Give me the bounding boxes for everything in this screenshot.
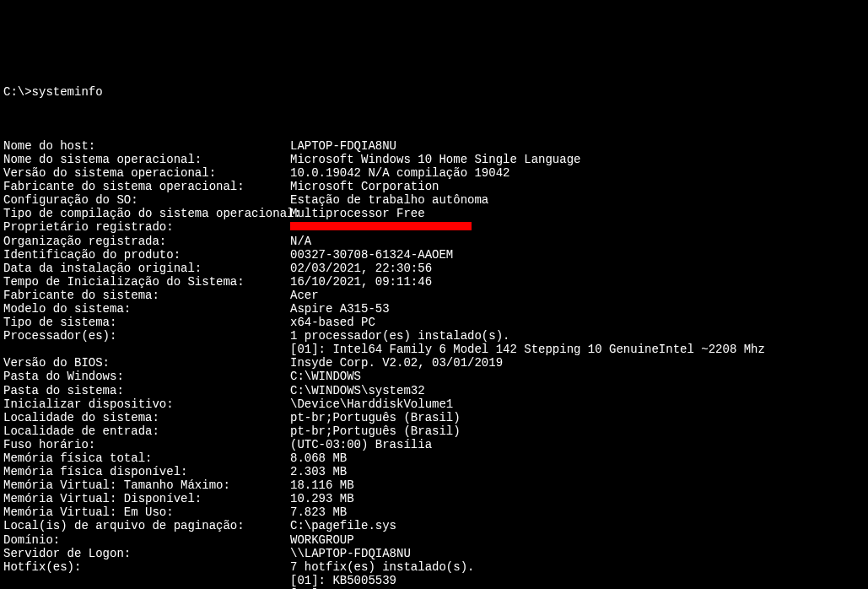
info-label: Nome do sistema operacional:	[3, 153, 290, 166]
info-value: Microsoft Corporation	[290, 180, 865, 193]
info-label: Processador(es):	[3, 329, 290, 343]
info-label: Configuração do SO:	[3, 193, 290, 207]
info-row: Organização registrada:N/A	[3, 235, 865, 248]
info-row: Tempo de Inicialização do Sistema:16/10/…	[3, 275, 865, 289]
info-label	[3, 574, 290, 587]
info-value: (UTC-03:00) Brasília	[290, 438, 865, 451]
info-row: Pasta do Windows:C:\WINDOWS	[3, 370, 865, 383]
info-value: Acer	[290, 289, 865, 302]
info-label: Inicializar dispositivo:	[3, 397, 290, 411]
info-label: Pasta do Windows:	[3, 370, 290, 383]
info-label: Versão do sistema operacional:	[3, 166, 290, 180]
info-row: Local(is) de arquivo de paginação:C:\pag…	[3, 519, 865, 532]
info-value: 02/03/2021, 22:30:56	[290, 262, 865, 275]
info-value: 10.0.19042 N/A compilação 19042	[290, 166, 865, 180]
info-row: Fabricante do sistema operacional:Micros…	[3, 180, 865, 193]
info-label: Local(is) de arquivo de paginação:	[3, 519, 290, 532]
info-value: \\LAPTOP-FDQIA8NU	[290, 547, 865, 560]
info-value: 10.293 MB	[290, 492, 865, 505]
info-label: Localidade do sistema:	[3, 411, 290, 424]
info-row: [01]: Intel64 Family 6 Model 142 Steppin…	[3, 343, 865, 356]
info-row: Pasta do sistema:C:\WINDOWS\system32	[3, 384, 865, 397]
info-row: Domínio:WORKGROUP	[3, 533, 865, 547]
info-label	[3, 343, 290, 356]
info-row: Localidade de entrada:pt-br;Português (B…	[3, 424, 865, 438]
info-label: Localidade de entrada:	[3, 424, 290, 438]
info-row: Tipo de compilação do sistema operaciona…	[3, 207, 865, 220]
info-label: Hotfix(es):	[3, 560, 290, 574]
info-label: Tipo de compilação do sistema operaciona…	[3, 207, 290, 220]
info-value	[290, 220, 865, 234]
info-label: Tipo de sistema:	[3, 316, 290, 329]
info-value: LAPTOP-FDQIA8NU	[290, 139, 865, 153]
info-value: pt-br;Português (Brasil)	[290, 424, 865, 438]
info-value: C:\pagefile.sys	[290, 519, 865, 532]
info-value: C:\WINDOWS	[290, 370, 865, 383]
info-value: 7 hotfix(es) instalado(s).	[290, 560, 865, 574]
info-row: Fabricante do sistema:Acer	[3, 289, 865, 302]
info-value: [01]: KB5005539	[290, 574, 865, 587]
info-row: Tipo de sistema:x64-based PC	[3, 316, 865, 329]
info-row: Versão do sistema operacional:10.0.19042…	[3, 166, 865, 180]
terminal-output: C:\>systeminfo Nome do host:LAPTOP-FDQIA…	[3, 57, 865, 589]
info-label: Memória física disponível:	[3, 465, 290, 478]
info-label: Memória Virtual: Disponível:	[3, 492, 290, 505]
info-row: Servidor de Logon:\\LAPTOP-FDQIA8NU	[3, 547, 865, 560]
info-label: Memória Virtual: Tamanho Máximo:	[3, 478, 290, 492]
info-label: Servidor de Logon:	[3, 547, 290, 560]
info-value: \Device\HarddiskVolume1	[290, 397, 865, 411]
info-value: 18.116 MB	[290, 478, 865, 492]
systeminfo-output: Nome do host:LAPTOP-FDQIA8NUNome do sist…	[3, 139, 865, 589]
info-row: Fuso horário:(UTC-03:00) Brasília	[3, 438, 865, 451]
info-label: Memória física total:	[3, 451, 290, 465]
info-row: Data da instalação original:02/03/2021, …	[3, 262, 865, 275]
info-value: Aspire A315-53	[290, 302, 865, 316]
info-value: 1 processador(es) instalado(s).	[290, 329, 865, 343]
info-row: Memória Virtual: Em Uso:7.823 MB	[3, 505, 865, 519]
info-label: Data da instalação original:	[3, 262, 290, 275]
info-label: Fabricante do sistema operacional:	[3, 180, 290, 193]
info-row: Identificação do produto:00327-30708-613…	[3, 248, 865, 262]
info-value: 8.068 MB	[290, 451, 865, 465]
info-row: Nome do host:LAPTOP-FDQIA8NU	[3, 139, 865, 153]
info-label: Modelo do sistema:	[3, 302, 290, 316]
info-row: [01]: KB5005539	[3, 574, 865, 587]
info-row: Versão do BIOS:Insyde Corp. V2.02, 03/01…	[3, 356, 865, 370]
info-label: Domínio:	[3, 533, 290, 547]
info-value: Estação de trabalho autônoma	[290, 193, 865, 207]
info-value: 2.303 MB	[290, 465, 865, 478]
info-label: Fuso horário:	[3, 438, 290, 451]
info-label: Identificação do produto:	[3, 248, 290, 262]
info-row: Nome do sistema operacional:Microsoft Wi…	[3, 153, 865, 166]
info-value: C:\WINDOWS\system32	[290, 384, 865, 397]
info-label: Nome do host:	[3, 139, 290, 153]
info-label: Organização registrada:	[3, 235, 290, 248]
info-label: Pasta do sistema:	[3, 384, 290, 397]
info-row: Processador(es):1 processador(es) instal…	[3, 329, 865, 343]
info-label: Tempo de Inicialização do Sistema:	[3, 275, 290, 289]
info-value: Insyde Corp. V2.02, 03/01/2019	[290, 356, 865, 370]
info-row: Inicializar dispositivo:\Device\Harddisk…	[3, 397, 865, 411]
info-row: Modelo do sistema:Aspire A315-53	[3, 302, 865, 316]
info-label: Memória Virtual: Em Uso:	[3, 505, 290, 519]
info-value: N/A	[290, 235, 865, 248]
info-label: Fabricante do sistema:	[3, 289, 290, 302]
info-row: Memória física disponível:2.303 MB	[3, 465, 865, 478]
info-row: Configuração do SO:Estação de trabalho a…	[3, 193, 865, 207]
info-value: WORKGROUP	[290, 533, 865, 547]
info-row: Memória física total:8.068 MB	[3, 451, 865, 465]
info-value: pt-br;Português (Brasil)	[290, 411, 865, 424]
info-label: Proprietário registrado:	[3, 220, 290, 234]
info-row: Hotfix(es):7 hotfix(es) instalado(s).	[3, 560, 865, 574]
info-row: Proprietário registrado:	[3, 220, 865, 234]
info-value: Multiprocessor Free	[290, 207, 865, 220]
info-value: 00327-30708-61324-AAOEM	[290, 248, 865, 262]
command-prompt: C:\>systeminfo	[3, 85, 865, 99]
info-row: Memória Virtual: Tamanho Máximo:18.116 M…	[3, 478, 865, 492]
info-value: [01]: Intel64 Family 6 Model 142 Steppin…	[290, 343, 865, 356]
info-value: Microsoft Windows 10 Home Single Languag…	[290, 153, 865, 166]
info-label: Versão do BIOS:	[3, 356, 290, 370]
info-row: Localidade do sistema:pt-br;Português (B…	[3, 411, 865, 424]
info-value: x64-based PC	[290, 316, 865, 329]
info-row: Memória Virtual: Disponível:10.293 MB	[3, 492, 865, 505]
